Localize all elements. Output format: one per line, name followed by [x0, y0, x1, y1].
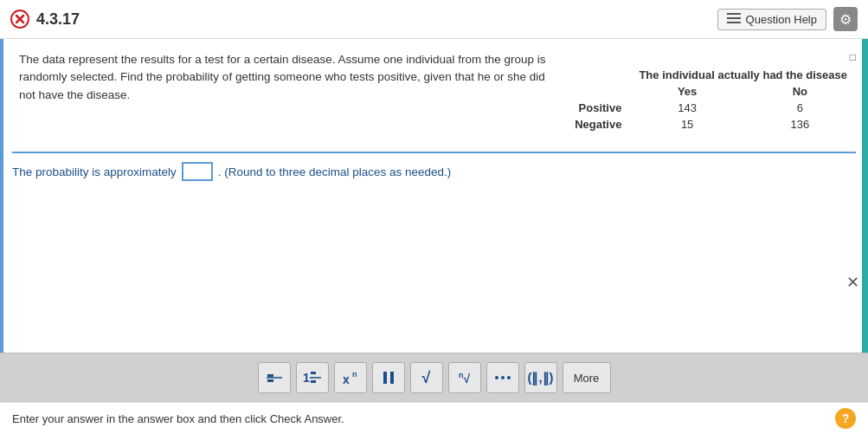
svg-text:x: x: [343, 372, 350, 386]
interval-button[interactable]: (‖,‖): [524, 362, 557, 393]
sqrt-button[interactable]: √: [410, 362, 443, 393]
question-block: The data represent the results for a tes…: [12, 51, 856, 133]
exponent-icon: x n: [341, 368, 360, 387]
row1-label: Positive: [566, 100, 630, 116]
dots-icon: [493, 368, 512, 387]
expand-icon[interactable]: □: [566, 51, 856, 63]
disease-table: The individual actually had the disease …: [566, 67, 856, 133]
col-yes-header: Yes: [630, 83, 743, 100]
svg-point-20: [501, 376, 505, 379]
left-blue-bar: [0, 39, 3, 353]
table-block: □ The individual actually had the diseas…: [566, 51, 856, 133]
answer-prefix: The probability is approximately: [12, 165, 177, 178]
interval-icon: (‖,‖): [527, 370, 553, 385]
close-x-button[interactable]: ✕: [846, 273, 859, 292]
nth-root-button[interactable]: n√: [448, 362, 481, 393]
svg-point-21: [507, 376, 511, 379]
svg-rect-5: [727, 22, 741, 23]
row2-label: Negative: [566, 116, 630, 133]
mixed-number-button[interactable]: 1: [296, 362, 329, 393]
bottom-toolbar: 1 x n √ n√: [0, 353, 868, 402]
mixed-number-icon: 1: [302, 368, 323, 387]
footer: Enter your answer in the answer box and …: [0, 402, 868, 434]
more-button[interactable]: More: [563, 362, 611, 393]
fraction-button[interactable]: [258, 362, 291, 393]
row2-yes: 15: [630, 116, 743, 133]
row2-no: 136: [744, 116, 856, 133]
header: 4.3.17 Question Help ⚙: [0, 0, 868, 39]
svg-rect-6: [267, 374, 273, 377]
answer-row: The probability is approximately . (Roun…: [12, 152, 856, 181]
svg-rect-3: [727, 13, 741, 15]
svg-text:n: n: [352, 370, 357, 379]
answer-input[interactable]: [182, 162, 213, 181]
teal-bar: [862, 39, 868, 353]
main-container: 4.3.17 Question Help ⚙ The data represen…: [0, 0, 868, 434]
question-text: The data represent the results for a tes…: [19, 51, 549, 104]
absolute-value-icon: [379, 368, 398, 387]
fraction-icon: [266, 368, 283, 387]
answer-suffix: . (Round to three decimal places as need…: [218, 165, 451, 178]
problem-number: 4.3.17: [36, 10, 80, 29]
footer-text: Enter your answer in the answer box and …: [12, 412, 344, 425]
gear-button[interactable]: ⚙: [833, 7, 858, 31]
list-icon: [727, 13, 741, 25]
col-no-header: No: [744, 83, 856, 100]
more-label: More: [574, 372, 600, 385]
question-text-block: The data represent the results for a tes…: [19, 51, 549, 104]
dots-button[interactable]: [486, 362, 519, 393]
exponent-button[interactable]: x n: [334, 362, 367, 393]
gear-icon: ⚙: [839, 11, 852, 28]
svg-rect-10: [311, 372, 316, 374]
row1-no: 6: [744, 100, 856, 116]
header-left: 4.3.17: [10, 10, 80, 29]
svg-text:1: 1: [303, 371, 310, 385]
table-title: The individual actually had the disease: [630, 67, 856, 83]
row1-yes: 143: [630, 100, 743, 116]
close-circle-icon[interactable]: [10, 10, 29, 29]
question-help-button[interactable]: Question Help: [717, 9, 826, 30]
help-icon: ?: [842, 411, 850, 425]
svg-rect-4: [727, 17, 741, 19]
help-button[interactable]: ?: [835, 408, 856, 429]
nth-root-icon: n√: [459, 371, 470, 385]
svg-rect-8: [267, 379, 273, 382]
svg-rect-12: [311, 380, 316, 383]
absolute-value-button[interactable]: [372, 362, 405, 393]
header-right: Question Help ⚙: [717, 7, 858, 31]
content-area: The data represent the results for a tes…: [0, 39, 868, 353]
svg-point-19: [495, 376, 498, 379]
sqrt-icon: √: [422, 369, 431, 387]
